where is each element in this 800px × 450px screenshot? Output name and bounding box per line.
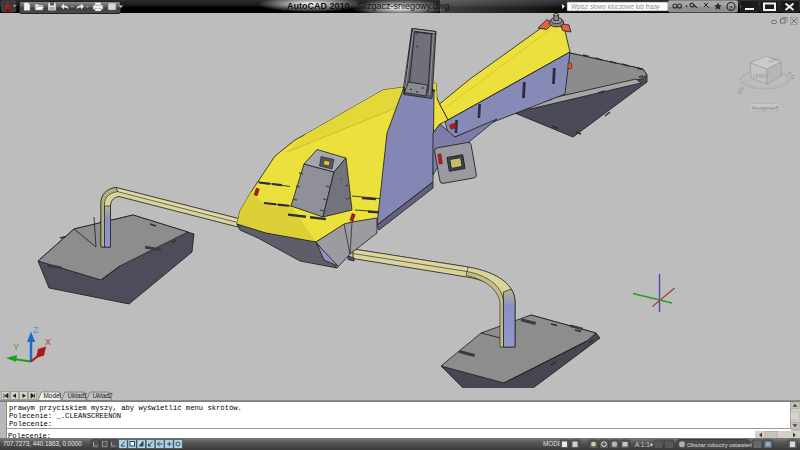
svg-text:Układ2: Układ2 xyxy=(93,392,113,399)
svg-text:Wpisz słowo kluczowe lub frazę: Wpisz słowo kluczowe lub frazę xyxy=(571,3,660,11)
svg-text:A 1:1▾: A 1:1▾ xyxy=(635,441,654,448)
svg-text:Obszar roboczy ustawień ▾: Obszar roboczy ustawień ▾ xyxy=(687,442,757,448)
svg-text:E: E xyxy=(791,74,795,80)
svg-text:Z: Z xyxy=(33,325,39,335)
svg-text:707.7273, 440.1863, 0.0000: 707.7273, 440.1863, 0.0000 xyxy=(3,440,82,447)
svg-text:Y: Y xyxy=(13,342,19,352)
svg-text:LEWO: LEWO xyxy=(753,72,768,79)
svg-text:N: N xyxy=(738,89,742,95)
svg-text:X: X xyxy=(45,337,51,347)
svg-text:Niezapisany: Niezapisany xyxy=(752,105,780,111)
svg-text:?: ? xyxy=(729,4,733,12)
svg-text:Układ1: Układ1 xyxy=(68,392,88,399)
svg-text:Model: Model xyxy=(44,392,61,399)
